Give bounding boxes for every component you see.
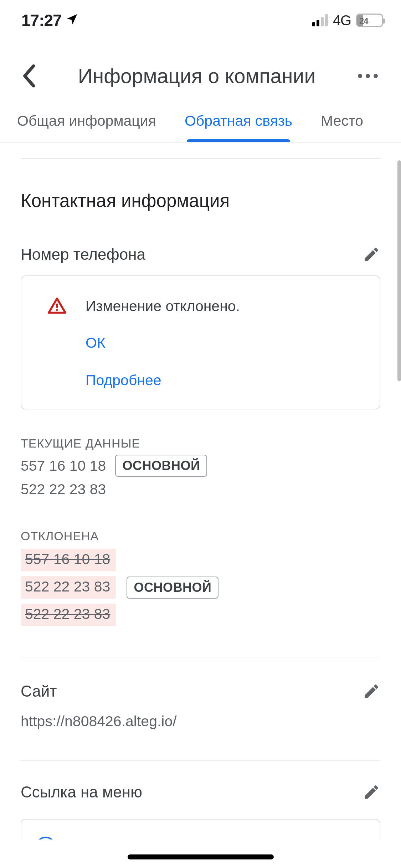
alert-more-button[interactable]: Подробнее [86, 372, 365, 389]
pencil-icon [363, 246, 380, 263]
alert-actions: ОК Подробнее [36, 335, 365, 389]
info-card: i Мы обновили данные о сайте вашей [21, 819, 380, 839]
tab-label: Общая информация [17, 113, 156, 129]
phone-field-row: Номер телефона [21, 211, 380, 275]
menu-link-label: Ссылка на меню [21, 783, 142, 801]
site-field-row: Сайт [21, 657, 380, 710]
tab-general-info[interactable]: Общая информация [17, 113, 156, 142]
battery-percent: 24 [359, 16, 368, 26]
dot-icon [374, 74, 378, 78]
tab-label: Обратная связь [185, 113, 292, 129]
app-header: Информация о компании [0, 30, 401, 105]
info-icon: i [36, 837, 56, 839]
rejected-row: 557 16 10 18 [21, 549, 116, 571]
current-phone-row-2: 522 22 23 83 [21, 481, 380, 498]
page-title: Информация о компании [78, 64, 316, 88]
phone-label: Номер телефона [21, 246, 145, 263]
edit-menu-button[interactable] [363, 783, 380, 801]
alert-header: Изменение отклонено. [36, 296, 365, 316]
battery-icon: 24 [356, 14, 383, 27]
site-url: https://n808426.alteg.io/ [21, 713, 380, 730]
status-time: 17:27 [21, 11, 62, 30]
back-button[interactable] [18, 65, 39, 87]
site-label: Сайт [21, 682, 57, 700]
scrollbar[interactable] [397, 160, 401, 381]
primary-badge: ОСНОВНОЙ [115, 455, 207, 477]
status-left: 17:27 [21, 11, 79, 30]
info-text: Мы обновили данные о сайте вашей [73, 838, 323, 840]
tab-active-indicator [187, 139, 290, 143]
tab-label: Место [321, 113, 363, 129]
rejected-list: 557 16 10 18 522 22 23 83 ОСНОВНОЙ 522 2… [21, 549, 380, 626]
rejected-phone: 557 16 10 18 [21, 549, 116, 571]
alert-ok-button[interactable]: ОК [86, 335, 365, 351]
svg-rect-1 [56, 309, 58, 311]
rejection-alert-card: Изменение отклонено. ОК Подробнее [21, 275, 380, 409]
menu-field-row: Ссылка на меню [21, 761, 380, 815]
rejected-row: 522 22 23 83 [21, 604, 116, 626]
pencil-icon [363, 682, 380, 700]
primary-badge: ОСНОВНОЙ [127, 577, 219, 599]
rejected-data-label: ОТКЛОНЕНА [21, 529, 380, 543]
dot-icon [358, 74, 362, 78]
tab-feedback[interactable]: Обратная связь [185, 113, 292, 142]
edit-phone-button[interactable] [363, 246, 380, 263]
phone-number: 557 16 10 18 [21, 458, 106, 474]
warning-icon [47, 296, 67, 316]
chevron-left-icon [21, 63, 36, 88]
current-phone-row-1: 557 16 10 18 ОСНОВНОЙ [21, 455, 380, 477]
network-label: 4G [333, 12, 351, 29]
cellular-signal-icon [312, 14, 328, 26]
alert-message: Изменение отклонено. [86, 298, 240, 315]
home-indicator[interactable] [128, 854, 274, 859]
pencil-icon [363, 783, 380, 801]
tabs: Общая информация Обратная связь Место [0, 105, 401, 143]
tab-location[interactable]: Место [321, 113, 363, 142]
phone-number: 522 22 23 83 [21, 481, 106, 498]
dot-icon [366, 74, 370, 78]
content-area[interactable]: Контактная информация Номер телефона Изм… [0, 143, 401, 839]
edit-site-button[interactable] [363, 682, 380, 700]
status-bar: 17:27 4G 24 [0, 0, 401, 30]
svg-rect-0 [56, 304, 58, 308]
status-right: 4G 24 [312, 12, 383, 29]
current-data-label: ТЕКУЩИЕ ДАННЫЕ [21, 436, 380, 450]
section-title-contact: Контактная информация [21, 159, 380, 211]
location-icon [65, 11, 79, 30]
rejected-row: 522 22 23 83 ОСНОВНОЙ [21, 576, 219, 599]
rejected-phone: 522 22 23 83 [21, 576, 116, 599]
rejected-phone: 522 22 23 83 [21, 604, 116, 626]
more-options-button[interactable] [354, 70, 381, 82]
